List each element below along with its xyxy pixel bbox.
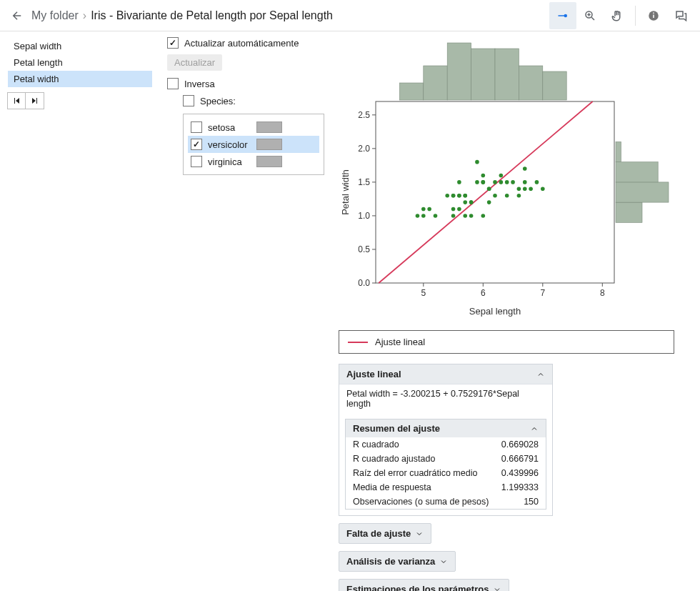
svg-point-50 <box>451 214 456 218</box>
fit-summary-title: Resumen del ajuste <box>353 423 440 434</box>
svg-rect-13 <box>495 49 519 100</box>
inverse-checkbox[interactable] <box>167 78 179 89</box>
svg-point-1 <box>564 14 568 17</box>
svg-rect-11 <box>447 43 471 100</box>
svg-rect-9 <box>399 83 423 100</box>
stat-row: R cuadrado0.669028 <box>346 437 546 452</box>
svg-point-44 <box>416 214 420 218</box>
app-header: My folder › Iris - Bivariante de Petal l… <box>0 0 700 31</box>
chevron-down-icon <box>493 585 501 592</box>
svg-text:7: 7 <box>540 288 545 298</box>
collapsed-panel-label: Falta de ajuste <box>346 528 411 539</box>
toolbar-zoom-tool[interactable] <box>576 2 604 29</box>
options-panel: Actualizar automáticamente Actualizar In… <box>167 37 324 175</box>
stat-value: 150 <box>524 497 539 507</box>
svg-text:2.0: 2.0 <box>358 144 370 154</box>
stat-value: 1.199333 <box>501 482 539 492</box>
species-checkbox[interactable] <box>191 139 202 150</box>
svg-rect-10 <box>424 66 447 100</box>
species-row[interactable]: versicolor <box>188 136 319 153</box>
toolbar-info[interactable] <box>640 2 667 29</box>
hand-icon <box>611 9 624 22</box>
stat-row: Media de respuesta1.199333 <box>346 480 546 495</box>
svg-point-70 <box>481 174 486 178</box>
auto-update-row: Actualizar automáticamente <box>167 37 324 49</box>
variable-nav <box>7 92 153 109</box>
toolbar-pan-tool[interactable] <box>604 2 631 29</box>
variable-item[interactable]: Petal width <box>8 71 152 87</box>
species-checkbox[interactable] <box>191 156 202 167</box>
species-label: setosa <box>208 122 251 133</box>
svg-text:Sepal length: Sepal length <box>469 306 521 317</box>
svg-rect-16 <box>616 202 642 222</box>
species-list: setosaversicolorvirginica <box>183 114 324 175</box>
back-button[interactable] <box>6 4 29 27</box>
toolbar-divider <box>635 6 636 26</box>
species-header-checkbox[interactable] <box>183 95 194 106</box>
main-content: Sepal widthPetal lengthPetal width Actua… <box>0 31 700 591</box>
svg-point-75 <box>493 180 497 184</box>
variable-item[interactable]: Sepal width <box>8 38 152 54</box>
species-swatch <box>256 156 282 167</box>
collapsed-panel-toggle[interactable]: Estimaciones de los parámetros <box>339 579 509 591</box>
svg-point-53 <box>451 194 456 198</box>
chart-container: 56780.00.51.01.52.02.5Sepal lengthPetal … <box>339 37 674 323</box>
collapsed-panel-label: Estimaciones de los parámetros <box>346 584 489 591</box>
variable-panel: Sepal widthPetal lengthPetal width <box>7 37 153 109</box>
species-row[interactable]: setosa <box>188 119 319 136</box>
svg-point-64 <box>469 200 474 204</box>
svg-rect-7 <box>653 14 654 18</box>
stat-value: 0.669028 <box>501 439 539 450</box>
auto-update-label: Actualizar automáticamente <box>184 38 299 49</box>
svg-point-45 <box>421 214 426 218</box>
fit-panel-header[interactable]: Ajuste lineal <box>339 364 552 384</box>
arrow-left-icon <box>11 9 24 22</box>
svg-rect-18 <box>616 162 658 182</box>
stat-label: Media de respuesta <box>353 482 431 492</box>
fit-stats-list: R cuadrado0.669028R cuadrado ajustado0.6… <box>346 437 546 509</box>
svg-point-65 <box>475 180 479 184</box>
svg-point-76 <box>499 180 504 184</box>
species-row[interactable]: virginica <box>188 153 319 170</box>
stat-row: Raíz del error cuadrático medio0.439996 <box>346 466 546 480</box>
scatter-chart[interactable]: 56780.00.51.01.52.02.5Sepal lengthPetal … <box>339 37 674 323</box>
svg-point-78 <box>505 194 509 198</box>
svg-text:8: 8 <box>600 288 605 298</box>
chart-legend: Ajuste lineal <box>339 330 674 354</box>
species-label: virginica <box>208 157 251 167</box>
auto-update-checkbox[interactable] <box>167 37 179 49</box>
svg-point-85 <box>523 167 527 171</box>
stat-row: R cuadrado ajustado0.666791 <box>346 452 546 466</box>
svg-point-58 <box>463 214 467 218</box>
svg-point-59 <box>463 200 467 204</box>
collapsed-panels: Falta de ajusteAnálisis de varianzaEstim… <box>339 516 693 591</box>
species-checkbox[interactable] <box>191 121 202 133</box>
svg-text:1.5: 1.5 <box>358 177 370 187</box>
variable-item[interactable]: Petal length <box>8 54 152 71</box>
svg-point-88 <box>541 187 545 191</box>
svg-point-67 <box>481 214 486 218</box>
svg-point-86 <box>529 187 533 191</box>
svg-text:0.5: 0.5 <box>358 244 370 254</box>
svg-point-77 <box>499 174 504 178</box>
fit-summary-header[interactable]: Resumen del ajuste <box>346 419 546 437</box>
toolbar-select-tool[interactable] <box>549 2 576 29</box>
next-button[interactable] <box>26 92 44 109</box>
toolbar-comments[interactable] <box>667 2 694 29</box>
update-button[interactable]: Actualizar <box>167 54 222 71</box>
svg-text:6: 6 <box>481 288 486 298</box>
stat-label: R cuadrado ajustado <box>353 454 435 464</box>
stat-row: Observaciones (o suma de pesos)150 <box>346 495 546 509</box>
species-header-row: Species: <box>183 95 324 106</box>
stat-label: Raíz del error cuadrático medio <box>353 468 477 478</box>
fit-summary-panel: Resumen del ajuste R cuadrado0.669028R c… <box>345 419 546 510</box>
collapsed-panel-toggle[interactable]: Falta de ajuste <box>339 523 431 544</box>
analysis-panel: 56780.00.51.01.52.02.5Sepal lengthPetal … <box>339 37 693 591</box>
collapsed-panel-toggle[interactable]: Análisis de varianza <box>339 551 456 572</box>
svg-point-54 <box>457 207 461 212</box>
svg-rect-17 <box>616 182 669 202</box>
svg-point-69 <box>481 180 486 184</box>
chevron-up-icon <box>530 424 539 433</box>
breadcrumb-root[interactable]: My folder <box>31 9 79 22</box>
prev-button[interactable] <box>7 92 26 109</box>
